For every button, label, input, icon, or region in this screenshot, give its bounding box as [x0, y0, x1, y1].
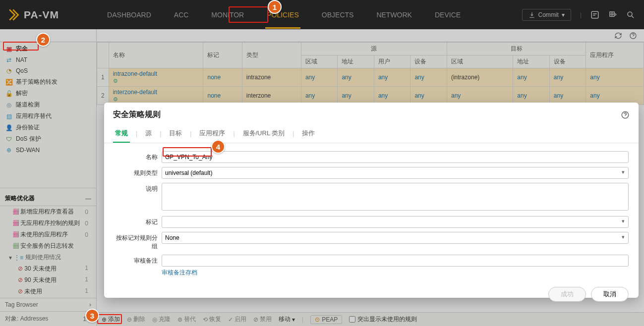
app-header: PA-VM DASHBOARD ACC MONITOR POLICIES OBJ…: [0, 0, 644, 29]
pipe-icon: ◎: [5, 101, 13, 109]
chevron-right-icon: ›: [89, 301, 91, 308]
objects-row[interactable]: 对象: Addresses1›: [0, 311, 96, 326]
group-select[interactable]: None: [162, 232, 629, 244]
sidebar-item-appoverride[interactable]: ▤应用程序替代: [0, 110, 96, 122]
col-tag[interactable]: 标记: [203, 43, 242, 68]
tag-browser-row[interactable]: Tag Browser›: [0, 298, 96, 311]
ok-button[interactable]: 成功: [548, 287, 586, 302]
usage-30[interactable]: ⊘ 30 天未使用1: [0, 263, 96, 274]
col-s-dev[interactable]: 设备: [410, 55, 447, 68]
refresh-icon[interactable]: [614, 32, 622, 40]
name-label: 名称: [114, 151, 162, 162]
sidebar-item-qos[interactable]: ◔QoS: [0, 65, 96, 76]
sidebar-item-tunnel[interactable]: ◎隧道检测: [0, 99, 96, 110]
col-d-zone[interactable]: 区域: [447, 55, 513, 68]
table-row[interactable]: 1 intrazone-default⚙ none intrazone any …: [97, 68, 644, 87]
tab-device[interactable]: DEVICE: [433, 1, 462, 29]
sidebar-item-dos[interactable]: 🛡DoS 保护: [0, 133, 96, 145]
cancel-button[interactable]: 取消: [591, 287, 629, 302]
tag-select[interactable]: [162, 216, 629, 228]
col-d-dev[interactable]: 设备: [549, 55, 586, 68]
ruletype-select[interactable]: universal (default): [162, 167, 629, 179]
optimizer-heading: 策略优化器 —: [0, 191, 96, 206]
tab-monitor[interactable]: MONITOR: [210, 1, 245, 29]
dlg-tab-source[interactable]: 源: [143, 125, 154, 143]
rule-name-link[interactable]: intrazone-default: [113, 70, 157, 77]
search-icon[interactable]: [626, 10, 635, 19]
opt-no-app-control[interactable]: ▦ 无应用程序控制的规则0: [0, 217, 96, 229]
name-input[interactable]: [162, 151, 629, 163]
table-row[interactable]: 2 interzone-default⚙ none interzone any …: [97, 87, 644, 105]
col-s-zone[interactable]: 区域: [301, 55, 338, 68]
group-label: 按标记对规则分组: [114, 232, 162, 251]
collapse-icon[interactable]: —: [85, 195, 91, 202]
dialog-tabs: 常规| 源| 目标| 应用程序| 服务/URL 类别| 操作: [104, 125, 639, 143]
rule-usage-toggle[interactable]: ▾ ⋮≡ 规则使用情况: [0, 252, 96, 263]
tasks-icon[interactable]: [590, 10, 599, 19]
chevron-down-icon: ▾: [9, 254, 12, 261]
bottom-action-bar: ⊕ 添加 ⊖ 删除 ◎ 克隆 ⊚ 替代 ⟲ 恢复 ✓ 启用 ⊘ 禁用 移动 ▾ …: [97, 312, 644, 326]
audit-archive-link[interactable]: 审核备注存档: [162, 267, 197, 277]
sidebar-item-decrypt[interactable]: 🔓解密: [0, 88, 96, 99]
col-type[interactable]: 类型: [242, 43, 301, 68]
audit-input[interactable]: [162, 255, 629, 267]
peap-button[interactable]: ⊙PEAP: [310, 315, 342, 324]
help-icon[interactable]: [621, 110, 630, 119]
dlg-tab-general[interactable]: 常规: [113, 125, 130, 143]
replace-button[interactable]: ⊚ 替代: [177, 315, 196, 324]
policies-sidebar: ▣安全 ⇄NAT ◔QoS 🔀基于策略的转发 🔓解密 ◎隧道检测 ▤应用程序替代…: [0, 29, 97, 326]
move-dropdown[interactable]: 移动 ▾: [279, 315, 295, 324]
sidebar-item-pbf[interactable]: 🔀基于策略的转发: [0, 76, 96, 88]
gear-icon: ⚙: [113, 96, 118, 103]
export-icon[interactable]: [608, 10, 617, 19]
main-nav: DASHBOARD ACC MONITOR POLICIES OBJECTS N…: [106, 0, 462, 29]
product-logo: PA-VM: [0, 8, 66, 22]
col-s-addr[interactable]: 地址: [338, 55, 374, 68]
chevron-down-icon: ▾: [562, 11, 565, 18]
add-button[interactable]: ⊕ 添加: [102, 315, 120, 324]
logo-icon: [7, 8, 21, 22]
dlg-tab-app[interactable]: 应用程序: [197, 125, 227, 143]
delete-button[interactable]: ⊖ 删除: [127, 315, 145, 324]
sidebar-item-security[interactable]: ▣安全: [0, 43, 96, 54]
tab-network[interactable]: NETWORK: [375, 1, 413, 29]
help-icon[interactable]: [629, 32, 637, 40]
sidebar-item-auth[interactable]: 👤身份验证: [0, 122, 96, 133]
tab-acc[interactable]: ACC: [173, 1, 190, 29]
desc-textarea[interactable]: [162, 183, 629, 211]
dialog-title-bar: 安全策略规则: [104, 103, 639, 125]
highlight-unused-checkbox[interactable]: 突出显示未使用的规则: [349, 315, 417, 324]
sidebar-item-nat[interactable]: ⇄NAT: [0, 54, 96, 65]
doc-icon: ▤: [5, 112, 13, 120]
commit-button[interactable]: Commit ▾: [522, 9, 571, 21]
callout-4: 4: [211, 140, 225, 154]
recover-button[interactable]: ⟲ 恢复: [203, 315, 221, 324]
col-app[interactable]: 应用程序: [586, 43, 644, 68]
col-group-dest: 目标: [447, 43, 585, 55]
rules-tbody: 1 intrazone-default⚙ none intrazone any …: [97, 68, 644, 105]
opt-unused-apps[interactable]: ▦ 未使用的应用程序0: [0, 229, 96, 240]
col-group-source: 源: [301, 43, 447, 55]
shield-icon: ▣: [5, 45, 13, 53]
tab-objects[interactable]: OBJECTS: [320, 1, 355, 29]
col-name[interactable]: 名称: [109, 43, 203, 68]
opt-new-apps[interactable]: ▦ 新增应用程序查看器0: [0, 206, 96, 217]
usage-never[interactable]: ⊘ 未使用1: [0, 286, 96, 297]
dlg-tab-action[interactable]: 操作: [300, 125, 317, 143]
dlg-tab-service[interactable]: 服务/URL 类别: [241, 125, 287, 143]
disable-button[interactable]: ⊘ 禁用: [253, 315, 272, 324]
sidebar-item-sdwan[interactable]: ⊕SD-WAN: [0, 145, 96, 156]
opt-log-forward[interactable]: ▦ 安全服务的日志转发: [0, 240, 96, 252]
enable-button[interactable]: ✓ 启用: [228, 315, 246, 324]
clone-button[interactable]: ◎ 克隆: [152, 315, 171, 324]
rule-name-link[interactable]: interzone-default: [113, 89, 157, 96]
id-icon: 👤: [5, 124, 13, 132]
dlg-tab-dest[interactable]: 目标: [167, 125, 184, 143]
usage-90[interactable]: ⊘ 90 天未使用1: [0, 274, 96, 286]
shield2-icon: 🛡: [5, 135, 13, 143]
header-actions: Commit ▾ |: [522, 9, 644, 21]
col-d-addr[interactable]: 地址: [513, 55, 550, 68]
product-name: PA-VM: [24, 9, 59, 21]
tab-dashboard[interactable]: DASHBOARD: [106, 1, 153, 29]
col-s-user[interactable]: 用户: [374, 55, 410, 68]
